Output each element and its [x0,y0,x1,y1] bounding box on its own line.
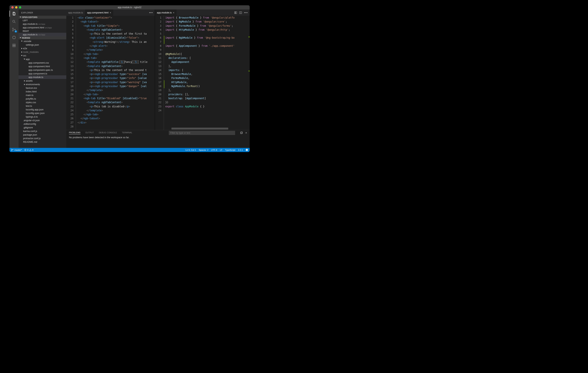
tree-item[interactable]: tsconfig.spec.json [19,111,66,115]
tree-item[interactable]: app [19,57,66,61]
tree-item[interactable]: node_modules [19,50,66,54]
project-section[interactable]: NGBS02 [19,36,66,39]
tree-item[interactable]: karma.conf.js [19,129,66,133]
status-encoding[interactable]: UTF-8 [211,149,217,151]
svg-point-19 [246,150,247,150]
window-minimize-button[interactable] [15,6,17,9]
svg-point-20 [247,150,248,150]
explorer-icon[interactable] [11,11,17,16]
compare-icon[interactable] [234,11,237,14]
tree-item[interactable]: .angular-cli.json [19,119,66,122]
panel-tab[interactable]: DEBUG CONSOLE [99,131,117,135]
svg-point-3 [15,29,15,30]
tree-item[interactable]: app.component.ts [19,72,66,75]
status-problems[interactable]: 0 0 [24,149,33,151]
more-actions-icon[interactable]: ••• [244,11,248,14]
tree-item[interactable]: README.md [19,140,66,144]
status-language[interactable]: TypeScript [225,149,235,151]
tabs-right: app.module.ts× ••• [155,10,250,16]
tree-item[interactable]: polyfills.ts [19,97,66,101]
extensions-icon[interactable] [11,43,17,48]
file-tree: .vscodesettings.jsone2enode_modulessrcap… [19,39,66,148]
sidebar-title: EXPLORER [19,10,66,16]
debug-icon[interactable] [11,35,17,40]
tree-item[interactable]: .vscode [19,39,66,43]
source-control-icon[interactable]: 5 [11,27,17,32]
panel-close-icon[interactable]: × [245,131,247,135]
tree-item[interactable]: environments [19,83,66,86]
svg-rect-6 [14,44,16,45]
window-close-button[interactable] [11,6,14,9]
open-editors-section[interactable]: OPEN EDITORS [19,16,66,19]
editor-group-right: app.module.ts× ••• 123456789101112131415… [155,10,250,130]
tree-item[interactable]: .editorconfig [19,122,66,126]
activity-bar: 5 [10,10,19,148]
window-maximize-button[interactable] [19,6,21,9]
panel-maximize-icon[interactable] [240,132,243,134]
svg-rect-8 [14,46,16,47]
open-editors-left-label: LEFT [19,19,66,22]
explorer-sidebar: EXPLORER OPEN EDITORS LEFT app.module.ts… [19,10,66,148]
bottom-panel: PROBLEMSOUTPUTDEBUG CONSOLETERMINAL × No… [66,130,250,148]
tree-item[interactable]: protractor.conf.js [19,136,66,140]
tree-item[interactable]: index.html [19,90,66,93]
tab-close-icon[interactable]: × [110,11,111,14]
search-icon[interactable] [11,19,17,24]
tree-item[interactable]: app.component.spec.ts [19,68,66,72]
tree-item[interactable]: e2e [19,47,66,50]
tree-item[interactable]: tsconfig.app.json [19,108,66,111]
svg-rect-12 [240,132,242,134]
svg-point-2 [12,30,13,31]
problems-filter-input[interactable] [169,131,235,135]
svg-point-18 [246,149,248,151]
svg-rect-7 [13,46,14,47]
tabs-left: app.module.tsapp.component.html× ••• [66,10,155,16]
tree-item[interactable]: package.json [19,133,66,136]
tree-item[interactable]: src [19,54,66,57]
git-branch[interactable]: master* [11,149,22,151]
status-eol[interactable]: LF [220,149,222,151]
tree-item[interactable]: favicon.ico [19,86,66,90]
status-spaces[interactable]: Spaces: 2 [199,149,208,151]
svg-point-4 [13,36,16,39]
tree-item[interactable]: styles.css [19,101,66,104]
svg-rect-10 [236,11,237,14]
tree-item[interactable]: assets [19,79,66,83]
panel-tab[interactable]: PROBLEMS [69,131,81,135]
open-editors-right-label: RIGHT [19,29,66,33]
editor-right[interactable]: 123456789101112131415161718192021222324 … [155,16,250,130]
open-editor-item[interactable]: app.module.tssrc/app [19,22,66,26]
tree-item[interactable]: typings.d.ts [19,115,66,119]
split-editor-icon[interactable] [239,11,242,14]
tree-item[interactable]: test.ts [19,104,66,108]
svg-point-0 [13,20,15,22]
window-title: app.module.ts - ngbs02 [10,6,250,9]
svg-point-14 [11,149,12,149]
panel-tab[interactable]: TERMINAL [122,131,132,135]
tree-item[interactable]: app.module.ts [19,75,66,79]
editor-tab[interactable]: app.component.html× [85,10,113,16]
editor-tab[interactable]: app.module.ts [66,10,85,16]
feedback-icon[interactable] [245,149,248,151]
tree-item[interactable]: settings.json [19,43,66,47]
tree-item[interactable]: app.component.html [19,64,66,68]
titlebar: app.module.ts - ngbs02 [10,5,250,10]
open-editor-item[interactable]: app.component.htmlsrc/app [19,26,66,29]
panel-tab[interactable]: OUTPUT [85,131,94,135]
tab-close-icon[interactable]: × [173,11,174,14]
editor-tab[interactable]: app.module.ts× [155,10,177,16]
svg-point-15 [11,151,12,151]
tree-item[interactable]: .gitignore [19,126,66,129]
tree-item[interactable]: main.ts [19,93,66,97]
open-editor-item[interactable]: app.module.tssrc/app [19,33,66,36]
svg-rect-5 [13,44,14,45]
editor-group-left: app.module.tsapp.component.html× ••• 123… [66,10,155,130]
tree-item[interactable]: app.component.css [19,61,66,64]
more-actions-icon[interactable]: ••• [149,11,153,14]
status-ts-version[interactable]: 2.2.1 [238,149,243,151]
status-ln-col[interactable]: Ln 9, Col 1 [185,149,196,151]
horizontal-scrollbar[interactable] [171,128,228,130]
status-bar: master* 0 0 Ln 9, Col 1 Spaces: 2 UTF-8 … [10,148,250,152]
editor-left[interactable]: 1234567891011121314151617181920212223242… [66,16,155,130]
vscode-window: app.module.ts - ngbs02 5 EXPLORER [10,5,250,152]
